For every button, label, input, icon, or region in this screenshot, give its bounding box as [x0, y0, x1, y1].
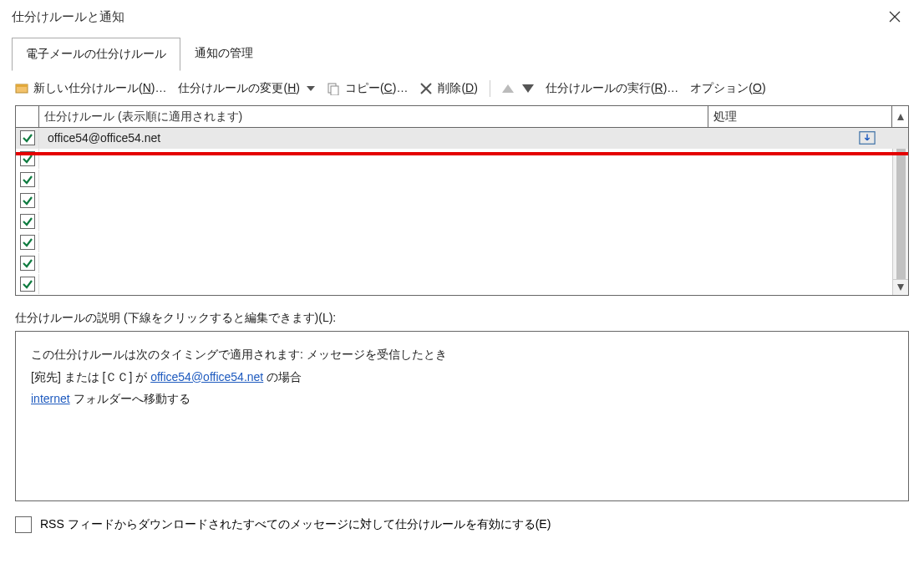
rules-list: 仕分けルール (表示順に適用されます) 処理 office54@office54… [15, 105, 909, 296]
run-rules-button[interactable]: 仕分けルールの実行(R)… [546, 81, 678, 96]
description-label: 仕分けルールの説明 (下線をクリックすると編集できます)(L): [15, 311, 912, 326]
tabs: 電子メールの仕分けルール 通知の管理 [12, 37, 912, 70]
svg-rect-3 [16, 84, 28, 87]
separator [490, 80, 490, 97]
delete-button[interactable]: 削除(D) [419, 81, 477, 96]
header-rule-name[interactable]: 仕分けルール (表示順に適用されます) [39, 109, 708, 124]
desc-line-1: この仕分けルールは次のタイミングで適用されます: メッセージを受信したとき [31, 343, 893, 366]
rule-row[interactable] [16, 253, 908, 274]
rule-row[interactable] [16, 232, 908, 253]
rule-checkbox[interactable] [20, 172, 35, 187]
copy-icon [327, 82, 340, 95]
rss-label: RSS フィードからダウンロードされたすべてのメッセージに対して仕分けルールを有… [40, 517, 551, 532]
copy-button[interactable]: コピー(C)… [327, 81, 408, 96]
move-up-button[interactable] [502, 82, 514, 95]
options-button[interactable]: オプション(O) [690, 81, 765, 96]
description-box: この仕分けルールは次のタイミングで適用されます: メッセージを受信したとき [宛… [15, 331, 909, 501]
new-rule-button[interactable]: 新しい仕分けルール(N)… [15, 81, 166, 96]
rule-checkbox[interactable] [20, 151, 35, 166]
chevron-down-icon [307, 86, 315, 91]
list-header: 仕分けルール (表示順に適用されます) 処理 [16, 106, 908, 128]
rule-checkbox[interactable] [20, 130, 35, 145]
desc-line-2: [宛先] または [ＣＣ] が office54@office54.net の場… [31, 366, 893, 389]
rule-checkbox[interactable] [20, 277, 35, 292]
scroll-up-button[interactable] [891, 106, 908, 127]
window-title: 仕分けルールと通知 [12, 9, 877, 25]
move-down-button[interactable] [522, 82, 534, 95]
rule-checkbox[interactable] [20, 193, 35, 208]
rule-row[interactable] [16, 274, 908, 295]
new-rule-icon [15, 82, 28, 95]
desc-line-3: internet フォルダーへ移動する [31, 388, 893, 410]
close-icon [889, 11, 901, 23]
scroll-down-button[interactable] [892, 279, 908, 295]
rule-checkbox[interactable] [20, 214, 35, 229]
move-arrows [502, 82, 534, 95]
svg-marker-4 [307, 86, 315, 91]
rule-row[interactable] [16, 170, 908, 191]
header-action[interactable]: 処理 [708, 106, 891, 127]
header-checkbox-col [16, 106, 39, 127]
toolbar: 新しい仕分けルール(N)… 仕分けルールの変更(H) コピー(C)… 削除(D)… [12, 70, 912, 105]
rss-option: RSS フィードからダウンロードされたすべてのメッセージに対して仕分けルールを有… [15, 516, 909, 533]
rss-checkbox[interactable] [15, 516, 32, 533]
svg-marker-11 [897, 114, 904, 120]
move-to-folder-icon [842, 130, 892, 145]
delete-icon [419, 82, 433, 95]
svg-marker-13 [897, 284, 904, 291]
tab-email-rules[interactable]: 電子メールの仕分けルール [12, 38, 180, 71]
svg-marker-9 [502, 84, 514, 93]
rule-name: office54@office54.net [39, 131, 842, 145]
rule-checkbox[interactable] [20, 256, 35, 271]
condition-link[interactable]: office54@office54.net [150, 370, 263, 384]
rule-row[interactable] [16, 211, 908, 232]
rule-row[interactable] [16, 149, 908, 170]
rule-checkbox[interactable] [20, 235, 35, 250]
svg-marker-10 [522, 84, 534, 93]
folder-link[interactable]: internet [31, 392, 70, 405]
tab-notifications[interactable]: 通知の管理 [180, 37, 267, 70]
svg-rect-6 [331, 86, 338, 95]
title-bar: 仕分けルールと通知 [0, 0, 924, 33]
change-rule-button[interactable]: 仕分けルールの変更(H) [178, 81, 314, 96]
close-button[interactable] [877, 4, 912, 29]
list-body: office54@office54.net [16, 128, 908, 295]
rule-row[interactable] [16, 191, 908, 211]
rule-row[interactable]: office54@office54.net [16, 128, 908, 149]
